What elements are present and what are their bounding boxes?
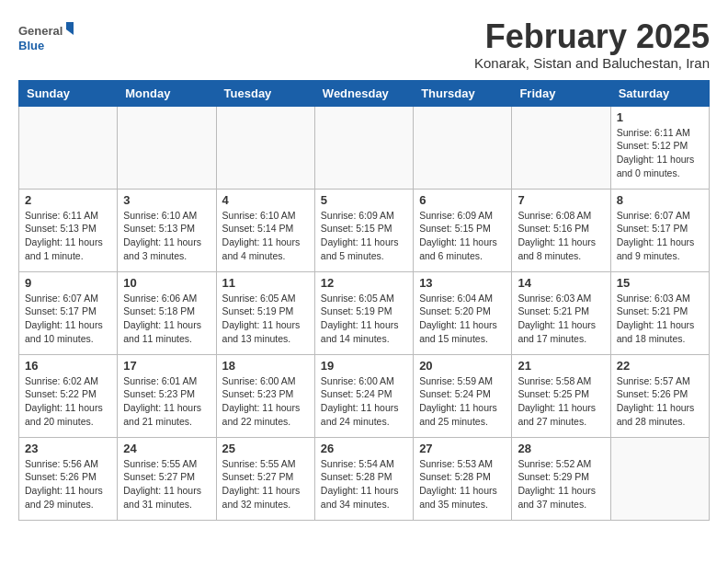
- calendar-cell: 15Sunrise: 6:03 AM Sunset: 5:21 PM Dayli…: [610, 271, 709, 354]
- day-info: Sunrise: 6:00 AM Sunset: 5:24 PM Dayligh…: [321, 374, 407, 429]
- day-number: 24: [123, 442, 210, 455]
- calendar-table: SundayMondayTuesdayWednesdayThursdayFrid…: [18, 80, 710, 521]
- calendar-week-1: 2Sunrise: 6:11 AM Sunset: 5:13 PM Daylig…: [19, 189, 710, 271]
- calendar-cell: 3Sunrise: 6:10 AM Sunset: 5:13 PM Daylig…: [118, 189, 216, 271]
- calendar-week-4: 23Sunrise: 5:56 AM Sunset: 5:26 PM Dayli…: [19, 437, 710, 520]
- calendar-week-0: 1Sunrise: 6:11 AM Sunset: 5:12 PM Daylig…: [19, 106, 710, 189]
- day-info: Sunrise: 6:09 AM Sunset: 5:15 PM Dayligh…: [419, 209, 506, 263]
- calendar-week-2: 9Sunrise: 6:07 AM Sunset: 5:17 PM Daylig…: [19, 271, 710, 354]
- day-number: 8: [617, 193, 703, 207]
- day-info: Sunrise: 6:05 AM Sunset: 5:19 PM Dayligh…: [222, 292, 309, 346]
- svg-text:Blue: Blue: [18, 39, 44, 52]
- calendar-cell: 5Sunrise: 6:09 AM Sunset: 5:15 PM Daylig…: [314, 189, 413, 271]
- day-info: Sunrise: 6:07 AM Sunset: 5:17 PM Dayligh…: [25, 292, 111, 346]
- calendar-cell: 16Sunrise: 6:02 AM Sunset: 5:22 PM Dayli…: [19, 354, 118, 437]
- day-number: 20: [419, 359, 506, 373]
- calendar-cell: [216, 106, 314, 189]
- calendar-cell: 24Sunrise: 5:55 AM Sunset: 5:27 PM Dayli…: [118, 437, 216, 520]
- calendar-cell: 23Sunrise: 5:56 AM Sunset: 5:26 PM Dayli…: [19, 437, 118, 520]
- day-info: Sunrise: 6:03 AM Sunset: 5:21 PM Dayligh…: [518, 292, 604, 346]
- calendar-cell: 7Sunrise: 6:08 AM Sunset: 5:16 PM Daylig…: [512, 189, 610, 271]
- svg-marker-2: [66, 22, 74, 35]
- calendar-header-row: SundayMondayTuesdayWednesdayThursdayFrid…: [19, 80, 710, 106]
- day-info: Sunrise: 5:57 AM Sunset: 5:26 PM Dayligh…: [617, 374, 703, 429]
- day-number: 1: [617, 110, 703, 124]
- day-number: 18: [222, 359, 309, 373]
- day-info: Sunrise: 6:07 AM Sunset: 5:17 PM Dayligh…: [617, 209, 703, 263]
- day-info: Sunrise: 6:03 AM Sunset: 5:21 PM Dayligh…: [617, 292, 703, 346]
- calendar-cell: 11Sunrise: 6:05 AM Sunset: 5:19 PM Dayli…: [216, 271, 314, 354]
- day-info: Sunrise: 6:04 AM Sunset: 5:20 PM Dayligh…: [419, 292, 506, 346]
- day-info: Sunrise: 5:59 AM Sunset: 5:24 PM Dayligh…: [419, 374, 506, 429]
- day-info: Sunrise: 5:56 AM Sunset: 5:26 PM Dayligh…: [25, 457, 111, 511]
- day-number: 9: [25, 276, 111, 290]
- calendar-cell: [19, 106, 118, 189]
- col-header-thursday: Thursday: [414, 80, 512, 106]
- day-number: 17: [123, 359, 210, 373]
- day-number: 3: [123, 193, 210, 207]
- calendar-cell: 10Sunrise: 6:06 AM Sunset: 5:18 PM Dayli…: [118, 271, 216, 354]
- calendar-cell: 22Sunrise: 5:57 AM Sunset: 5:26 PM Dayli…: [610, 354, 709, 437]
- calendar-cell: [414, 106, 512, 189]
- day-info: Sunrise: 5:54 AM Sunset: 5:28 PM Dayligh…: [321, 457, 407, 511]
- calendar-cell: [118, 106, 216, 189]
- calendar-cell: 1Sunrise: 6:11 AM Sunset: 5:12 PM Daylig…: [610, 106, 709, 189]
- day-info: Sunrise: 6:08 AM Sunset: 5:16 PM Dayligh…: [518, 209, 604, 263]
- day-number: 13: [419, 276, 506, 290]
- calendar-cell: 21Sunrise: 5:58 AM Sunset: 5:25 PM Dayli…: [512, 354, 610, 437]
- day-number: 22: [617, 359, 703, 373]
- day-info: Sunrise: 5:52 AM Sunset: 5:29 PM Dayligh…: [518, 457, 604, 511]
- day-number: 7: [518, 193, 604, 207]
- day-number: 12: [321, 276, 407, 290]
- day-number: 15: [617, 276, 703, 290]
- calendar-cell: 28Sunrise: 5:52 AM Sunset: 5:29 PM Dayli…: [512, 437, 610, 520]
- day-number: 25: [222, 442, 309, 455]
- col-header-monday: Monday: [118, 80, 216, 106]
- col-header-wednesday: Wednesday: [314, 80, 413, 106]
- day-info: Sunrise: 5:53 AM Sunset: 5:28 PM Dayligh…: [419, 457, 506, 511]
- calendar-cell: 9Sunrise: 6:07 AM Sunset: 5:17 PM Daylig…: [19, 271, 118, 354]
- day-number: 10: [123, 276, 210, 290]
- col-header-sunday: Sunday: [19, 80, 118, 106]
- title-block: February 2025 Konarak, Sistan and Baluch…: [474, 18, 710, 71]
- day-number: 2: [25, 193, 111, 207]
- logo: General Blue: [18, 18, 74, 59]
- day-number: 16: [25, 359, 111, 373]
- calendar-cell: 18Sunrise: 6:00 AM Sunset: 5:23 PM Dayli…: [216, 354, 314, 437]
- day-number: 14: [518, 276, 604, 290]
- col-header-saturday: Saturday: [610, 80, 709, 106]
- day-info: Sunrise: 6:09 AM Sunset: 5:15 PM Dayligh…: [321, 209, 407, 263]
- day-info: Sunrise: 6:10 AM Sunset: 5:13 PM Dayligh…: [123, 209, 210, 263]
- calendar-cell: 20Sunrise: 5:59 AM Sunset: 5:24 PM Dayli…: [414, 354, 512, 437]
- day-number: 6: [419, 193, 506, 207]
- day-info: Sunrise: 5:55 AM Sunset: 5:27 PM Dayligh…: [123, 457, 210, 511]
- day-info: Sunrise: 6:01 AM Sunset: 5:23 PM Dayligh…: [123, 374, 210, 429]
- day-info: Sunrise: 6:11 AM Sunset: 5:12 PM Dayligh…: [617, 126, 703, 180]
- logo-svg: General Blue: [18, 18, 74, 59]
- calendar-cell: 2Sunrise: 6:11 AM Sunset: 5:13 PM Daylig…: [19, 189, 118, 271]
- day-info: Sunrise: 6:10 AM Sunset: 5:14 PM Dayligh…: [222, 209, 309, 263]
- day-number: 19: [321, 359, 407, 373]
- day-number: 26: [321, 442, 407, 455]
- day-number: 21: [518, 359, 604, 373]
- col-header-tuesday: Tuesday: [216, 80, 314, 106]
- col-header-friday: Friday: [512, 80, 610, 106]
- page-header: General Blue February 2025 Konarak, Sist…: [18, 18, 710, 71]
- calendar-cell: 8Sunrise: 6:07 AM Sunset: 5:17 PM Daylig…: [610, 189, 709, 271]
- day-info: Sunrise: 6:02 AM Sunset: 5:22 PM Dayligh…: [25, 374, 111, 429]
- month-title: February 2025: [474, 18, 710, 55]
- calendar-cell: 6Sunrise: 6:09 AM Sunset: 5:15 PM Daylig…: [414, 189, 512, 271]
- day-info: Sunrise: 5:55 AM Sunset: 5:27 PM Dayligh…: [222, 457, 309, 511]
- calendar-cell: [314, 106, 413, 189]
- day-number: 28: [518, 442, 604, 455]
- day-number: 27: [419, 442, 506, 455]
- calendar-cell: [610, 437, 709, 520]
- calendar-cell: 26Sunrise: 5:54 AM Sunset: 5:28 PM Dayli…: [314, 437, 413, 520]
- day-info: Sunrise: 6:06 AM Sunset: 5:18 PM Dayligh…: [123, 292, 210, 346]
- calendar-cell: [512, 106, 610, 189]
- calendar-cell: 17Sunrise: 6:01 AM Sunset: 5:23 PM Dayli…: [118, 354, 216, 437]
- day-info: Sunrise: 6:00 AM Sunset: 5:23 PM Dayligh…: [222, 374, 309, 429]
- svg-text:General: General: [18, 24, 63, 38]
- calendar-week-3: 16Sunrise: 6:02 AM Sunset: 5:22 PM Dayli…: [19, 354, 710, 437]
- calendar-cell: 27Sunrise: 5:53 AM Sunset: 5:28 PM Dayli…: [414, 437, 512, 520]
